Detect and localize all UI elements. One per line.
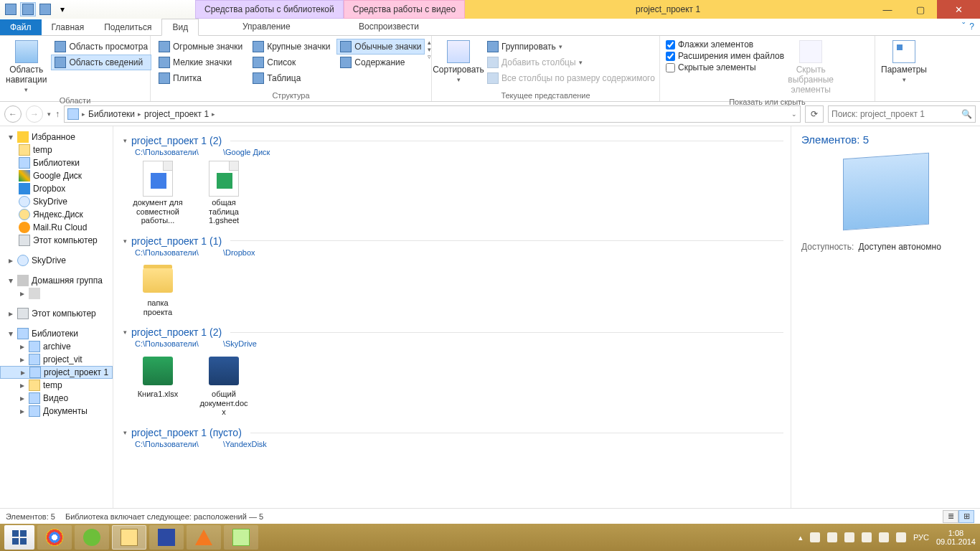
layout-scroll-down[interactable]: ▾ <box>428 46 431 53</box>
refresh-button[interactable]: ⟳ <box>805 105 824 123</box>
tree-fav-thispc[interactable]: Этот компьютер <box>0 234 113 247</box>
tree-homegroup[interactable]: ▾Домашняя группа <box>0 274 113 287</box>
taskbar-notepadpp[interactable] <box>224 525 258 550</box>
group-path-2[interactable]: \Google Диск <box>223 148 270 156</box>
group-title[interactable]: project_проект 1 (2) <box>131 326 222 338</box>
group-collapse-icon[interactable]: ▾ <box>123 137 127 144</box>
taskbar-utorrent[interactable] <box>75 525 109 550</box>
tree-libraries[interactable]: ▾Библиотеки <box>0 327 113 340</box>
tray-action-center-icon[interactable] <box>879 532 889 542</box>
tiles-button[interactable]: Плитка <box>155 70 246 86</box>
file-item[interactable]: общая таблица 1.gsheet <box>198 161 250 225</box>
tree-fav-mailru[interactable]: Mail.Ru Cloud <box>0 221 113 234</box>
tree-fav-temp[interactable]: temp <box>0 143 113 156</box>
group-path-1[interactable]: C:\Пользователи\ <box>135 440 199 448</box>
home-tab[interactable]: Главная <box>42 19 95 35</box>
group-title[interactable]: project_проект 1 (1) <box>131 235 222 247</box>
group-title[interactable]: project_проект 1 (2) <box>131 135 222 146</box>
file-item[interactable]: общий документ.docx <box>198 352 250 417</box>
details-pane-button[interactable]: Область сведений <box>51 55 151 70</box>
group-path-2[interactable]: \YandexDisk <box>223 440 267 448</box>
group-by-button[interactable]: Группировать ▾ <box>484 39 659 55</box>
qat-btn-1[interactable] <box>3 2 19 17</box>
file-tab[interactable]: Файл <box>0 19 42 35</box>
file-extensions-checkbox[interactable]: Расширения имен файлов <box>664 50 786 62</box>
tree-lib-video[interactable]: ▸Видео <box>0 392 113 405</box>
share-tab[interactable]: Поделиться <box>94 19 161 35</box>
tray-cloud-icon[interactable] <box>896 532 906 542</box>
tray-sync-icon[interactable] <box>844 532 854 542</box>
navigation-pane-button[interactable]: Область навигации ▾ <box>4 39 48 95</box>
tray-overflow-icon[interactable]: ▴ <box>798 533 803 542</box>
tree-skydrive[interactable]: ▸SkyDrive <box>0 254 113 267</box>
taskbar-vlc[interactable] <box>187 525 221 550</box>
context-label-play[interactable]: Воспроизвести <box>359 22 419 32</box>
tree-fav-libraries[interactable]: Библиотеки <box>0 156 113 169</box>
file-item[interactable]: документ для совместной работы... <box>132 161 184 225</box>
options-button[interactable]: Параметры▾ <box>882 39 926 85</box>
taskbar-totalcmd[interactable] <box>149 525 184 550</box>
tree-lib-project1[interactable]: ▸project_проект 1 <box>0 366 113 379</box>
file-item[interactable]: Книга1.xlsx <box>132 352 184 417</box>
content-button[interactable]: Содержание <box>336 55 425 70</box>
view-icons-button[interactable]: ⊞ <box>958 510 974 523</box>
back-button[interactable]: ← <box>4 105 22 123</box>
tree-fav-dropbox[interactable]: Dropbox <box>0 182 113 195</box>
search-box[interactable]: 🔍 <box>828 105 976 123</box>
tree-fav-yandex[interactable]: Яндекс.Диск <box>0 208 113 221</box>
group-collapse-icon[interactable]: ▾ <box>123 237 127 245</box>
taskbar-chrome[interactable] <box>37 525 72 550</box>
close-button[interactable]: ✕ <box>937 0 980 19</box>
tray-network-icon[interactable] <box>827 532 837 542</box>
tray-clock[interactable]: 1:08 09.01.2014 <box>936 529 976 546</box>
tray-battery-icon[interactable] <box>810 532 820 542</box>
table-button[interactable]: Таблица <box>249 70 334 86</box>
qat-btn-2[interactable] <box>20 2 36 17</box>
navigation-tree[interactable]: ▾Избранное temp Библиотеки Google Диск D… <box>0 126 113 508</box>
file-item[interactable]: папка проекта <box>132 261 184 316</box>
help-icon[interactable]: ? <box>969 22 974 32</box>
group-collapse-icon[interactable]: ▾ <box>123 429 127 436</box>
search-input[interactable] <box>831 109 961 119</box>
group-collapse-icon[interactable]: ▾ <box>123 329 127 336</box>
tree-this-pc[interactable]: ▸Этот компьютер <box>0 307 113 320</box>
group-title[interactable]: project_проект 1 (пусто) <box>131 427 242 438</box>
tree-homegroup-user[interactable]: ▸ <box>0 287 113 300</box>
group-path-2[interactable]: \SkyDrive <box>223 339 257 348</box>
sort-button[interactable]: Сортировать▾ <box>436 39 481 85</box>
medium-icons-button[interactable]: Обычные значки <box>336 39 425 55</box>
qat-btn-3[interactable] <box>37 2 53 17</box>
group-path-1[interactable]: C:\Пользователи\ <box>135 248 199 257</box>
address-dropdown[interactable]: ⌄ <box>791 110 797 118</box>
ribbon-collapse-icon[interactable]: ˇ <box>962 22 965 32</box>
tree-fav-skydrive[interactable]: SkyDrive <box>0 195 113 208</box>
tree-lib-temp[interactable]: ▸temp <box>0 379 113 392</box>
context-tab-library-tools[interactable]: Средства работы с библиотекой <box>195 0 344 19</box>
group-path-1[interactable]: C:\Пользователи\ <box>135 148 199 156</box>
layout-scroll-up[interactable]: ▴ <box>428 39 431 46</box>
large-icons-button[interactable]: Крупные значки <box>249 39 334 55</box>
tray-language[interactable]: РУС <box>913 533 929 542</box>
history-dropdown[interactable]: ▾ <box>47 110 51 118</box>
minimize-button[interactable]: — <box>871 0 904 19</box>
tree-favorites[interactable]: ▾Избранное <box>0 131 113 143</box>
tree-lib-projectvit[interactable]: ▸project_vit <box>0 353 113 366</box>
tree-fav-gdrive[interactable]: Google Диск <box>0 169 113 182</box>
context-label-manage[interactable]: Управление <box>242 22 291 32</box>
preview-pane-button[interactable]: Область просмотра <box>51 39 151 55</box>
tray-volume-icon[interactable] <box>862 532 872 542</box>
context-tab-video-tools[interactable]: Средства работы с видео <box>344 0 465 19</box>
view-details-button[interactable]: ≣ <box>943 510 958 523</box>
file-list[interactable]: ▾project_проект 1 (2)C:\Пользователи\\Go… <box>113 126 791 508</box>
up-button[interactable]: ↑ <box>55 109 60 119</box>
huge-icons-button[interactable]: Огромные значки <box>155 39 246 55</box>
breadcrumb-project[interactable]: project_проект 1 <box>144 109 209 119</box>
system-tray[interactable]: ▴ РУС 1:08 09.01.2014 <box>798 529 976 546</box>
start-button[interactable] <box>4 525 34 550</box>
address-bar[interactable]: ▸ Библиотеки ▸ project_проект 1 ▸ ⌄ <box>64 105 801 123</box>
view-tab[interactable]: Вид <box>161 19 199 36</box>
group-path-2[interactable]: \Dropbox <box>223 248 255 257</box>
item-checkboxes-checkbox[interactable]: Флажки элементов <box>664 39 786 50</box>
tree-lib-documents[interactable]: ▸Документы <box>0 405 113 418</box>
list-button[interactable]: Список <box>249 55 334 70</box>
